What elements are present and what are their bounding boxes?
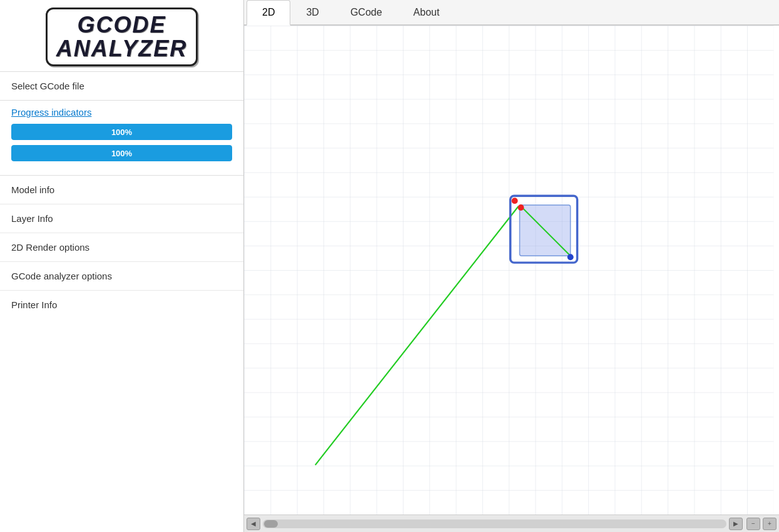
logo-line2: ANALYZER bbox=[56, 37, 187, 61]
dot-red-1 bbox=[512, 198, 518, 204]
sidebar-item-gcode-options[interactable]: GCode analyzer options bbox=[0, 262, 243, 291]
select-gcode-file-button[interactable]: Select GCode file bbox=[0, 72, 243, 100]
tab-3d[interactable]: 3D bbox=[290, 0, 334, 26]
sidebar-item-layer-info[interactable]: Layer Info bbox=[0, 204, 243, 233]
sidebar: GCODE ANALYZER Select GCode file Progres… bbox=[0, 0, 244, 532]
tab-bar: 2D3DGCodeAbout bbox=[244, 0, 779, 26]
scroll-left-button[interactable]: ◀ bbox=[247, 518, 260, 530]
scroll-zoom-in-button[interactable]: + bbox=[763, 518, 776, 530]
logo-line1: GCODE bbox=[56, 13, 187, 37]
menu-items-section: Model infoLayer Info2D Render optionsGCo… bbox=[0, 176, 243, 319]
scroll-track[interactable] bbox=[263, 519, 726, 528]
progress-section: Progress indicators 100% 100% bbox=[0, 101, 243, 176]
scroll-right-button[interactable]: ▶ bbox=[729, 518, 743, 530]
bottom-scrollbar[interactable]: ◀ ▶ − + bbox=[244, 514, 779, 532]
main-area: 2D3DGCodeAbout bbox=[244, 0, 779, 532]
progress-bar-2: 100% bbox=[11, 145, 232, 161]
dot-red-2 bbox=[518, 204, 524, 211]
sidebar-item-render-options[interactable]: 2D Render options bbox=[0, 233, 243, 262]
svg-rect-2 bbox=[244, 26, 773, 514]
progress-indicators-link[interactable]: Progress indicators bbox=[11, 107, 232, 118]
select-file-section: Select GCode file bbox=[0, 72, 243, 101]
progress-bar-1: 100% bbox=[11, 124, 232, 140]
scroll-thumb[interactable] bbox=[264, 520, 278, 528]
tab-2d[interactable]: 2D bbox=[247, 0, 290, 26]
logo-area: GCODE ANALYZER bbox=[0, 0, 243, 72]
visualization-svg bbox=[244, 26, 779, 514]
app-logo: GCODE ANALYZER bbox=[46, 8, 198, 66]
canvas-area bbox=[244, 26, 779, 514]
dot-blue bbox=[568, 254, 574, 260]
progress-bar-1-label: 100% bbox=[11, 127, 232, 136]
tab-about[interactable]: About bbox=[398, 0, 456, 26]
sidebar-item-printer-info[interactable]: Printer Info bbox=[0, 291, 243, 319]
scroll-zoom-out-button[interactable]: − bbox=[746, 518, 760, 530]
sidebar-item-model-info[interactable]: Model info bbox=[0, 176, 243, 204]
progress-bar-2-label: 100% bbox=[11, 148, 232, 158]
tab-gcode[interactable]: GCode bbox=[335, 0, 398, 26]
